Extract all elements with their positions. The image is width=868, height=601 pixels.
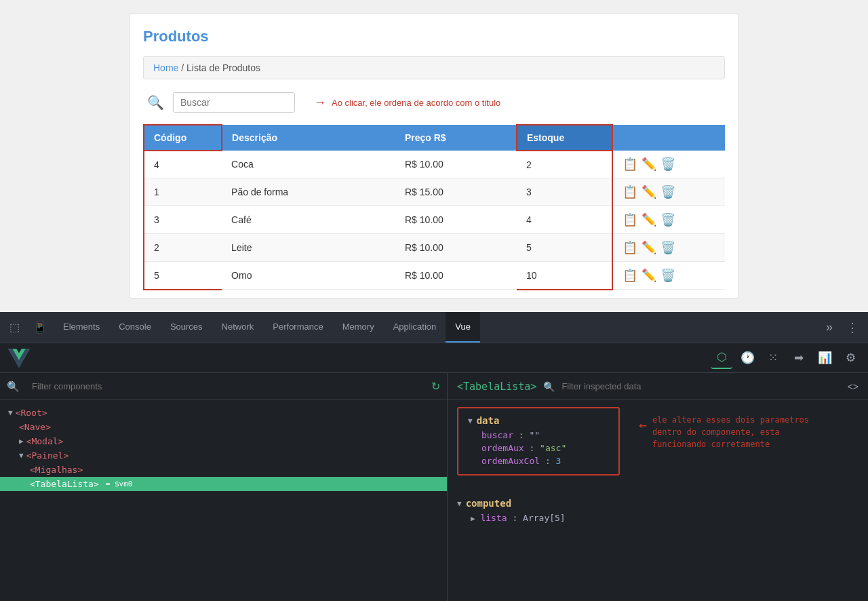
tree-root[interactable]: ▼ <Root>	[0, 406, 447, 420]
tab-network[interactable]: Network	[212, 312, 264, 343]
component-tree-icon[interactable]: ⬡	[711, 347, 732, 369]
data-section-box: ▼ data buscar : "" ordemAux : "asc"	[457, 407, 620, 476]
refresh-icon[interactable]: ↻	[431, 380, 440, 393]
tree-painel[interactable]: ▼ <Painel>	[0, 448, 447, 463]
cell-descricao: Coca	[222, 151, 395, 178]
tab-memory[interactable]: Memory	[333, 312, 384, 343]
breadcrumb-current: Lista de Produtos	[186, 62, 260, 73]
data-annotation-arrow: ←	[639, 416, 647, 433]
cell-estoque: 3	[517, 178, 612, 206]
tree-migalhas[interactable]: <Migalhas>	[0, 463, 447, 477]
cell-preco: R$ 10.00	[395, 206, 517, 234]
delete-icon[interactable]: 🗑️	[660, 268, 675, 283]
history-icon[interactable]: 🕐	[736, 347, 758, 369]
cell-actions: 📋 ✏️ 🗑️	[612, 234, 725, 262]
tree-tabelalista[interactable]: <TabelaLista> = $vm0	[0, 477, 447, 491]
view-icon[interactable]: 📋	[623, 157, 637, 172]
prop-ordemaux: ordemAux : "asc"	[468, 442, 609, 454]
data-section-toggle[interactable]: ▼ data	[468, 415, 609, 426]
tab-sources[interactable]: Sources	[161, 312, 212, 343]
delete-icon[interactable]: 🗑️	[660, 212, 675, 227]
inspect-icon[interactable]: ⬚	[3, 321, 26, 334]
col-header-codigo[interactable]: Código	[144, 125, 222, 151]
settings-grid-icon[interactable]: ⁙	[762, 347, 784, 369]
filter-components-input[interactable]	[25, 373, 426, 400]
tab-console[interactable]: Console	[109, 312, 161, 343]
device-icon[interactable]: 📱	[26, 321, 54, 334]
breadcrumb-separator: /	[181, 62, 186, 73]
data-annotation-text: ele altera esses dois parametros dentro …	[652, 414, 829, 450]
route-icon[interactable]: ➡	[788, 347, 810, 369]
delete-icon[interactable]: 🗑️	[660, 185, 675, 199]
edit-icon[interactable]: ✏️	[642, 268, 656, 283]
cell-codigo: 5	[144, 262, 222, 290]
cell-descricao: Pão de forma	[222, 178, 395, 206]
inspector-content: ▼ data buscar : "" ordemAux : "asc"	[448, 400, 868, 601]
cell-descricao: Omo	[222, 262, 395, 290]
cell-estoque: 2	[517, 151, 612, 178]
search-input[interactable]	[173, 92, 295, 113]
more-tabs-icon[interactable]: »	[819, 320, 840, 334]
table-row: 2 Leite R$ 10.00 5 📋 ✏️ 🗑️	[144, 234, 725, 262]
view-icon[interactable]: 📋	[623, 240, 637, 255]
devtools-panel: ⬚ 📱 Elements Console Sources Network Per…	[0, 312, 868, 601]
tree-nave[interactable]: <Nave>	[0, 420, 447, 434]
edit-icon[interactable]: ✏️	[642, 240, 656, 255]
search-icon: 🔍	[143, 90, 167, 115]
table-row: 5 Omo R$ 10.00 10 📋 ✏️ 🗑️	[144, 262, 725, 290]
table-row: 1 Pão de forma R$ 15.00 3 📋 ✏️ 🗑️	[144, 178, 725, 206]
edit-icon[interactable]: ✏️	[642, 212, 656, 227]
search-area: 🔍 → Ao clicar, ele ordena de acordo com …	[143, 90, 725, 115]
sort-annotation: → Ao clicar, ele ordena de acordo com o …	[314, 96, 500, 110]
edit-icon[interactable]: ✏️	[642, 157, 656, 172]
table-row: 4 Coca R$ 10.00 2 📋 ✏️ 🗑️	[144, 151, 725, 178]
breadcrumb: Home / Lista de Produtos	[143, 56, 725, 79]
inspected-component-name: <TabelaLista>	[457, 381, 536, 393]
tab-application[interactable]: Application	[384, 312, 446, 343]
prop-lista: ▶ lista : Array[5]	[457, 511, 859, 524]
cell-preco: R$ 15.00	[395, 178, 517, 206]
filter-inspected-input[interactable]	[561, 381, 840, 391]
prop-buscar: buscar : ""	[468, 429, 609, 442]
page-title: Produtos	[143, 28, 725, 45]
cell-actions: 📋 ✏️ 🗑️	[612, 206, 725, 234]
view-icon[interactable]: 📋	[623, 185, 637, 199]
computed-section-toggle[interactable]: ▼ computed	[457, 498, 859, 509]
vue-inspector-panel: <TabelaLista> 🔍 <> ▼ data buscar : ""	[448, 373, 868, 601]
edit-icon[interactable]: ✏️	[642, 185, 656, 199]
col-header-descricao[interactable]: Descrição	[222, 125, 395, 151]
cell-estoque: 4	[517, 206, 612, 234]
view-icon[interactable]: 📋	[623, 268, 637, 283]
cell-preco: R$ 10.00	[395, 151, 517, 178]
product-table: Código Descrição Preço R$ Estoque 4 Coca…	[143, 124, 725, 290]
tab-vue[interactable]: Vue	[446, 312, 480, 343]
cell-estoque: 10	[517, 262, 612, 290]
tab-performance[interactable]: Performance	[263, 312, 332, 343]
devtools-tab-bar: ⬚ 📱 Elements Console Sources Network Per…	[0, 312, 868, 343]
gear-icon[interactable]: ⚙	[840, 347, 861, 369]
cell-preco: R$ 10.00	[395, 262, 517, 290]
filter-bar: 🔍 ↻	[0, 373, 447, 400]
breadcrumb-home[interactable]: Home	[153, 62, 178, 73]
delete-icon[interactable]: 🗑️	[660, 157, 675, 172]
cell-preco: R$ 10.00	[395, 234, 517, 262]
product-card: Produtos Home / Lista de Produtos 🔍 → Ao…	[129, 14, 739, 298]
cell-actions: 📋 ✏️ 🗑️	[612, 178, 725, 206]
prop-ordemAuxCol: ordemAuxCol : 3	[468, 454, 609, 467]
component-tree-panel: 🔍 ↻ ▼ <Root> <Nave> ▶ <Modal> ▼ <Pa	[0, 373, 448, 601]
tree-modal[interactable]: ▶ <Modal>	[0, 434, 447, 448]
perf-chart-icon[interactable]: 📊	[814, 347, 835, 369]
view-icon[interactable]: 📋	[623, 212, 637, 227]
delete-icon[interactable]: 🗑️	[660, 240, 675, 255]
app-area: Produtos Home / Lista de Produtos 🔍 → Ao…	[0, 0, 868, 312]
devtools-body: 🔍 ↻ ▼ <Root> <Nave> ▶ <Modal> ▼ <Pa	[0, 373, 868, 601]
tab-elements[interactable]: Elements	[54, 312, 109, 343]
code-brackets-icon[interactable]: <>	[848, 381, 859, 392]
col-header-preco[interactable]: Preço R$	[395, 125, 517, 151]
devtools-menu-icon[interactable]: ⋮	[840, 320, 865, 335]
col-header-actions	[612, 125, 725, 151]
table-row: 3 Café R$ 10.00 4 📋 ✏️ 🗑️	[144, 206, 725, 234]
cell-codigo: 2	[144, 234, 222, 262]
col-header-estoque[interactable]: Estoque	[517, 125, 612, 151]
annotation-text: Ao clicar, ele ordena de acordo com o ti…	[332, 98, 500, 108]
